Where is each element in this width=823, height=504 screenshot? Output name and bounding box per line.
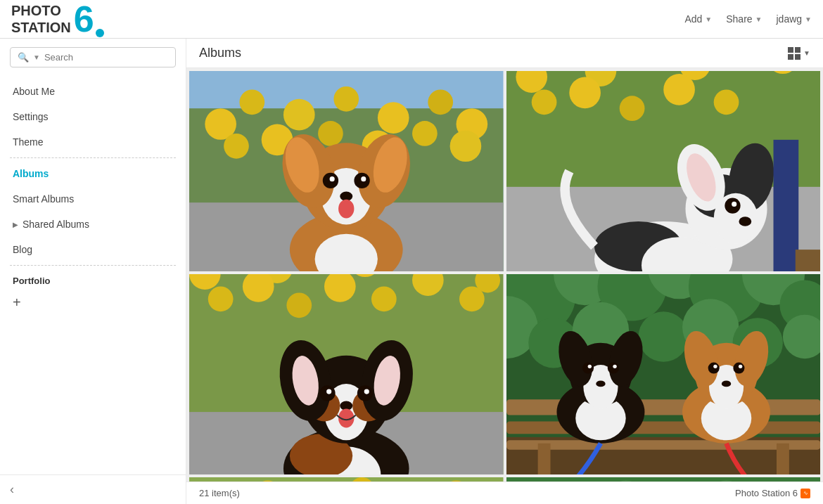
- user-menu[interactable]: jdawg ▼: [777, 13, 812, 25]
- logo-station: STATION: [11, 19, 71, 36]
- svg-point-126: [582, 363, 594, 374]
- svg-point-79: [459, 286, 485, 311]
- photo-cell-1[interactable]: 📷OGRAPHER: [189, 71, 504, 271]
- sidebar-item-smart-albums[interactable]: Smart Albums: [0, 186, 186, 212]
- photo-cell-4[interactable]: 📷OGRAPHER: [506, 274, 821, 474]
- photo-grid: 📷OGRAPHER: [186, 68, 823, 482]
- photo-cell-6[interactable]: 📷OGRAPHER: [506, 477, 821, 482]
- photo-3-image: 📷OGRAPHER: [189, 274, 504, 474]
- svg-point-130: [596, 380, 605, 387]
- photo-1-image: 📷OGRAPHER: [189, 71, 504, 271]
- photo-2-image: 📷OGRAPHER: [506, 71, 821, 271]
- svg-point-42: [663, 74, 695, 105]
- svg-point-110: [638, 311, 688, 361]
- photo-cell-5[interactable]: 📷OGRAPHER: [189, 477, 504, 482]
- photo-cell-2[interactable]: 📷OGRAPHER: [506, 71, 821, 271]
- svg-point-41: [619, 96, 644, 121]
- search-input[interactable]: [44, 52, 168, 63]
- header-nav: Add ▼ Share ▼ jdawg ▼: [684, 13, 812, 25]
- search-dropdown-arrow[interactable]: ▼: [33, 53, 40, 61]
- add-button[interactable]: Add ▼: [684, 13, 712, 25]
- svg-point-75: [286, 292, 312, 318]
- main-layout: 🔍 ▼ About Me Settings Theme Albums Smart…: [0, 39, 823, 504]
- content-footer: 21 item(s) Photo Station 6 ∿: [186, 482, 823, 504]
- view-toggle-arrow-icon[interactable]: ▼: [803, 49, 810, 57]
- sidebar-item-settings[interactable]: Settings: [0, 104, 186, 129]
- page-title: Albums: [199, 46, 241, 60]
- svg-point-27: [361, 176, 366, 181]
- grid-view-icon[interactable]: [788, 47, 800, 60]
- svg-rect-117: [506, 440, 821, 449]
- sidebar-item-shared-albums[interactable]: ▶ Shared Albums: [0, 212, 186, 237]
- rss-icon[interactable]: ∿: [800, 489, 810, 498]
- svg-point-7: [428, 89, 453, 115]
- item-count: 21 item(s): [199, 488, 240, 498]
- svg-point-26: [330, 176, 335, 181]
- shared-albums-arrow-icon: ▶: [13, 221, 18, 228]
- svg-rect-61: [773, 140, 798, 271]
- svg-point-29: [338, 200, 354, 219]
- sidebar: 🔍 ▼ About Me Settings Theme Albums Smart…: [0, 39, 186, 504]
- svg-point-127: [607, 363, 618, 374]
- divider-1: [10, 157, 176, 158]
- prev-button[interactable]: ‹: [10, 482, 14, 497]
- share-button[interactable]: Share ▼: [726, 13, 762, 25]
- user-arrow-icon: ▼: [805, 15, 812, 23]
- search-box[interactable]: 🔍 ▼: [10, 47, 176, 67]
- svg-point-139: [713, 365, 717, 368]
- svg-point-94: [326, 389, 331, 394]
- divider-2: [10, 265, 176, 266]
- logo-dot: [96, 29, 104, 37]
- svg-point-6: [378, 102, 409, 134]
- svg-point-39: [531, 89, 556, 115]
- logo-photo: PHOTO: [11, 2, 71, 19]
- svg-point-11: [318, 121, 343, 146]
- footer-brand-label: Photo Station 6: [735, 488, 798, 498]
- svg-point-129: [613, 365, 616, 368]
- logo-number: 6: [74, 1, 94, 37]
- photo-4-image: 📷OGRAPHER: [506, 274, 821, 474]
- svg-point-43: [713, 89, 739, 115]
- svg-point-77: [371, 286, 397, 311]
- logo: PHOTO STATION 6: [11, 1, 104, 37]
- sidebar-item-theme[interactable]: Theme: [0, 129, 186, 155]
- view-toggle[interactable]: ▼: [788, 47, 810, 60]
- svg-point-14: [450, 130, 482, 162]
- svg-point-5: [333, 86, 359, 112]
- sidebar-item-albums[interactable]: Albums: [0, 161, 186, 186]
- svg-point-13: [412, 121, 438, 146]
- share-arrow-icon: ▼: [755, 15, 763, 23]
- add-arrow-icon: ▼: [705, 15, 712, 23]
- svg-point-141: [721, 380, 730, 387]
- photo-6-image: 📷OGRAPHER: [506, 477, 821, 482]
- svg-point-95: [364, 389, 369, 394]
- add-portfolio-button[interactable]: +: [0, 289, 186, 316]
- svg-rect-62: [795, 250, 820, 271]
- svg-point-3: [239, 89, 264, 115]
- svg-point-158: [660, 477, 691, 482]
- svg-point-128: [587, 365, 591, 368]
- sidebar-item-blog[interactable]: Blog: [0, 237, 186, 262]
- sidebar-bottom: ‹: [0, 474, 186, 504]
- sidebar-item-about-me[interactable]: About Me: [0, 79, 186, 104]
- header: PHOTO STATION 6 Add ▼ Share ▼ jdawg ▼: [0, 0, 823, 39]
- svg-rect-116: [506, 421, 821, 434]
- portfolio-title: Portfolio: [0, 269, 186, 289]
- svg-point-73: [208, 286, 234, 311]
- svg-point-138: [733, 363, 744, 374]
- sidebar-nav: About Me Settings Theme Albums Smart Alb…: [0, 76, 186, 319]
- photo-5-image: 📷OGRAPHER: [189, 477, 504, 482]
- svg-rect-115: [506, 399, 821, 415]
- content-header: Albums ▼: [186, 39, 823, 68]
- svg-point-4: [283, 99, 315, 131]
- svg-point-40: [569, 77, 601, 109]
- content-area: Albums ▼: [186, 39, 823, 504]
- photo-cell-3[interactable]: 📷OGRAPHER: [189, 274, 504, 474]
- svg-point-9: [224, 134, 249, 159]
- svg-point-137: [708, 363, 719, 374]
- svg-point-55: [732, 202, 736, 207]
- footer-brand: Photo Station 6 ∿: [735, 488, 810, 498]
- svg-point-140: [738, 365, 741, 368]
- svg-rect-118: [537, 444, 550, 474]
- svg-rect-119: [776, 444, 789, 474]
